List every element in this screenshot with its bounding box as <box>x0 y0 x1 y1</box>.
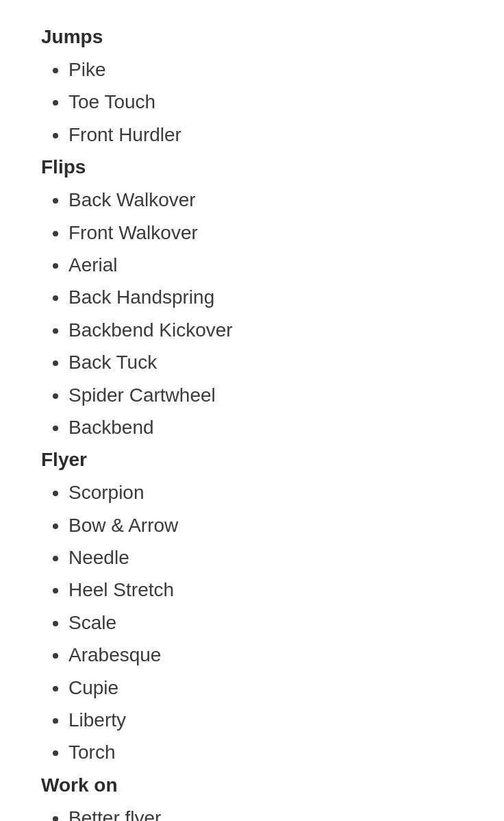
content: JumpsPikeToe TouchFront HurdlerFlipsBack… <box>41 26 477 821</box>
section-list-2: ScorpionBow & ArrowNeedleHeel StretchSca… <box>41 476 477 769</box>
list-item: Front Hurdler <box>68 119 477 151</box>
list-item: Aerial <box>68 249 477 281</box>
section-header-1: Flips <box>41 156 477 178</box>
section-header-0: Jumps <box>41 26 477 48</box>
list-item: Cupie <box>68 672 477 704</box>
list-item: Back Walkover <box>68 184 477 216</box>
list-item: Back Tuck <box>68 346 477 378</box>
list-item: Backbend <box>68 411 477 443</box>
list-item: Back Handspring <box>68 281 477 313</box>
list-item: Torch <box>68 736 477 768</box>
section-header-2: Flyer <box>41 449 477 471</box>
list-item: Front Walkover <box>68 217 477 249</box>
list-item: Liberty <box>68 704 477 736</box>
list-item: Scorpion <box>68 476 477 508</box>
list-item: Spider Cartwheel <box>68 379 477 411</box>
section-header-3: Work on <box>41 774 477 796</box>
list-item: Needle <box>68 541 477 574</box>
list-item: Backbend Kickover <box>68 314 477 346</box>
section-list-0: PikeToe TouchFront Hurdler <box>41 53 477 151</box>
section-list-1: Back WalkoverFront WalkoverAerialBack Ha… <box>41 184 477 443</box>
list-item: Scale <box>68 606 477 639</box>
list-item: Heel Stretch <box>68 574 477 606</box>
section-list-3: Better flyerBalanceFlexible/Splits <box>41 802 477 821</box>
list-item: Better flyer <box>68 802 477 821</box>
list-item: Toe Touch <box>68 86 477 118</box>
list-item: Bow & Arrow <box>68 509 477 541</box>
list-item: Arabesque <box>68 639 477 671</box>
list-item: Pike <box>68 53 477 86</box>
